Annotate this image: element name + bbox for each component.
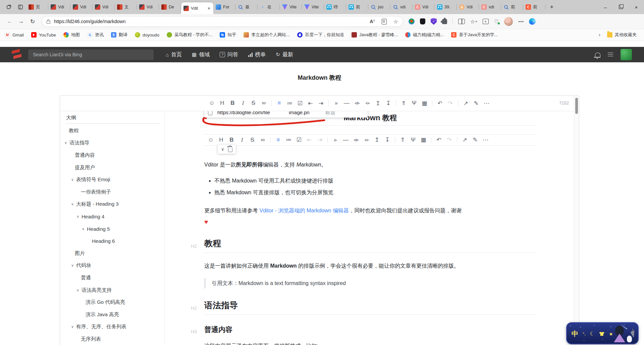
outline-item[interactable]: 教程 <box>60 125 164 137</box>
outline-item[interactable]: 图片 <box>60 247 164 260</box>
site-nav-latest[interactable]: ↻最新 <box>276 51 293 58</box>
undo-icon[interactable]: ↶ <box>434 135 444 145</box>
browser-tab[interactable]: Vdit× <box>181 2 213 14</box>
browser-tab[interactable]: 基 <box>235 0 258 14</box>
unordered-list-icon[interactable]: ≡ <box>273 135 283 145</box>
upload-icon[interactable]: ⇑ <box>397 135 408 145</box>
bold-icon[interactable]: B <box>226 135 237 145</box>
outline-item[interactable]: ∨代码块 <box>60 260 164 272</box>
workspaces-icon[interactable] <box>3 2 15 12</box>
other-favorites-folder[interactable]: 其他收藏夹 <box>607 32 637 38</box>
table-icon[interactable]: ▦ <box>419 98 430 108</box>
headings-icon[interactable]: H <box>216 135 226 145</box>
bookmark-item[interactable]: C基于Java开发的学... <box>451 32 498 38</box>
browser-tab[interactable]: 文 <box>115 0 137 14</box>
address-bar[interactable]: https://ld246.com/guide/markdown A)) ☆ <box>42 16 403 27</box>
bookmark-item[interactable]: doyoudo <box>135 32 159 38</box>
indent-icon[interactable]: ⇥ <box>315 135 325 145</box>
quote-icon[interactable]: » <box>331 98 341 108</box>
more-icon[interactable]: ⋯ <box>480 135 491 145</box>
scrollbar-thumb[interactable] <box>575 98 578 114</box>
fullscreen-icon[interactable]: ↗ <box>461 98 471 108</box>
delete-block-icon[interactable] <box>228 148 232 152</box>
record-icon[interactable]: Ψ <box>408 135 418 145</box>
expand-down-icon[interactable]: ∨ <box>221 145 224 154</box>
redo-icon[interactable]: ↷ <box>445 98 455 108</box>
browser-essentials-icon[interactable]: ♡ <box>494 18 499 25</box>
emoji-icon[interactable]: ☺ <box>206 135 216 145</box>
insert-after-icon[interactable]: ↧ <box>382 135 392 145</box>
copilot-icon[interactable] <box>529 18 536 25</box>
ime-chinese-mode[interactable]: 中 <box>572 329 578 338</box>
edit-mode-icon[interactable]: ✎ <box>470 135 480 145</box>
horizontal-rule-icon[interactable]: — <box>340 135 351 145</box>
browser-tab[interactable]: Vdi <box>93 0 115 14</box>
outline-item[interactable]: 无序列表 <box>60 333 164 345</box>
inline-code-icon[interactable]: <> <box>362 98 373 108</box>
restore-button[interactable] <box>613 0 629 14</box>
notifications-bell-icon[interactable] <box>595 53 600 57</box>
site-nav-domain[interactable]: ▦领域 <box>192 51 210 58</box>
browser-tab[interactable]: For <box>213 0 235 14</box>
code-block-icon[interactable]: </> <box>351 135 361 145</box>
settings-more-icon[interactable]: ⋯ <box>518 18 524 25</box>
immersive-reader-icon[interactable] <box>382 19 387 24</box>
outdent-icon[interactable]: ⇤ <box>305 98 316 108</box>
code-block-icon[interactable]: </> <box>352 98 362 108</box>
forward-button[interactable]: → <box>15 18 27 25</box>
new-tab-button[interactable]: + <box>547 2 557 12</box>
tab-close-button[interactable]: × <box>207 6 211 11</box>
extension-dark-icon[interactable] <box>420 18 425 24</box>
insert-after-icon[interactable]: ↧ <box>383 98 393 108</box>
shield-extension-icon[interactable]: ✓ <box>431 18 437 25</box>
liandi-logo[interactable] <box>10 48 23 61</box>
delete-image-icon[interactable] <box>208 111 212 115</box>
image-title-input[interactable]: 标题 <box>325 111 335 117</box>
site-search-input[interactable]: Search LianDi via Bing <box>28 50 154 60</box>
browser-tab[interactable]: Vdi <box>70 0 93 14</box>
browser-tab[interactable]: Vite <box>280 0 302 14</box>
image-url-input[interactable]: https://b3logfile.com/file <box>217 111 284 117</box>
headings-icon[interactable]: H <box>217 98 227 108</box>
ime-punctuation[interactable]: °, <box>583 331 586 336</box>
link-icon[interactable]: ∞ <box>258 135 268 145</box>
browser-tab[interactable]: De <box>159 0 181 14</box>
outline-item[interactable]: 一些表情例子 <box>60 186 164 198</box>
edit-mode-icon[interactable]: ✎ <box>471 98 481 108</box>
ime-star-icon[interactable]: ★ <box>609 331 613 337</box>
vertical-tabs-icon[interactable] <box>15 2 26 12</box>
browser-tab[interactable]: vdi <box>390 0 413 14</box>
bookmark-item[interactable]: 地图 <box>63 32 80 38</box>
browser-tab[interactable]: 39. <box>435 0 457 14</box>
browser-tab[interactable]: Vite <box>302 0 324 14</box>
outline-item[interactable]: Heading 6 <box>60 235 164 247</box>
horizontal-rule-icon[interactable]: — <box>341 98 352 108</box>
ordered-list-icon[interactable]: ≔ <box>283 135 294 145</box>
bookmark-item[interactable]: 知知乎 <box>220 32 236 38</box>
doc-link[interactable]: Vditor - 浏览器端的 Markdown 编辑器 <box>259 208 349 213</box>
table-icon[interactable]: ▦ <box>418 135 429 145</box>
bookmark-item[interactable]: 文翻译 <box>111 32 127 38</box>
activity-list-icon[interactable] <box>608 53 613 57</box>
insert-before-icon[interactable]: ↥ <box>373 98 383 108</box>
chevron-down-icon[interactable]: ∨ <box>71 325 76 329</box>
ime-moon-icon[interactable]: ☾ <box>590 331 595 337</box>
outline-item[interactable]: ∨Heading 5 <box>60 223 164 235</box>
image-filename-input[interactable]: image.pn <box>289 111 320 117</box>
bookmark-item[interactable]: 百度一下，你就知道 <box>297 32 344 38</box>
favorites-bar-icon[interactable]: ☆≡ <box>470 18 477 25</box>
outline-item[interactable]: 普通内容 <box>60 149 164 161</box>
split-screen-icon[interactable] <box>458 19 465 24</box>
extensions-puzzle-icon[interactable] <box>442 19 447 24</box>
outline-item[interactable]: ∨语法高亮支持 <box>60 284 164 296</box>
chevron-down-icon[interactable]: ∨ <box>82 227 87 231</box>
url-text[interactable]: https://ld246.com/guide/markdown <box>54 19 125 24</box>
browser-tab[interactable]: C前 <box>523 0 545 14</box>
browser-tab[interactable]: 前 <box>346 0 368 14</box>
minimize-button[interactable]: – <box>598 0 613 14</box>
profile-avatar[interactable] <box>504 17 513 26</box>
strikethrough-icon[interactable]: S <box>248 98 259 108</box>
user-avatar[interactable] <box>621 49 632 60</box>
ordered-list-icon[interactable]: ≔ <box>284 98 295 108</box>
inline-code-icon[interactable]: <> <box>361 135 372 145</box>
